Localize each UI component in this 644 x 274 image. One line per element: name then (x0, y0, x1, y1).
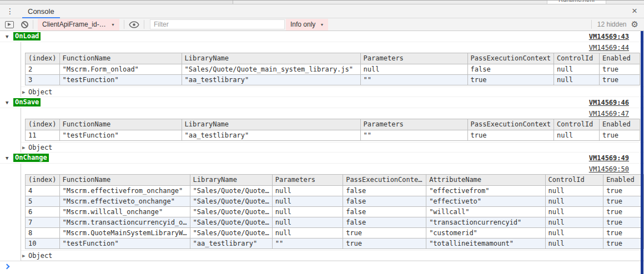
source-link[interactable]: VM14569:50 (589, 165, 629, 173)
toolbar-divider (144, 20, 144, 29)
object-message[interactable]: ▶ Object (21, 87, 644, 97)
column-header[interactable]: (index) (26, 53, 60, 64)
toolbar-divider (591, 20, 592, 29)
table-cell: "totallineitemamount" (426, 239, 545, 249)
table-cell: false (343, 217, 426, 228)
prompt-chevron-icon (4, 264, 10, 270)
group-header-onsave[interactable]: ▼ OnSave VM14569:46 (0, 97, 644, 108)
column-header[interactable]: Parameters (360, 53, 467, 64)
table-row: 6"Mscrm.willcall_onchange""Sales/Quote/Q… (26, 207, 644, 217)
table-cell: "testFunction" (59, 239, 190, 249)
column-header[interactable]: PassExecutionContext (467, 53, 554, 64)
column-header[interactable]: (index) (26, 119, 60, 130)
source-link-row: VM14569:47 (21, 110, 644, 119)
column-header[interactable]: PassExecutionConte… (343, 175, 426, 186)
filter-input[interactable] (150, 19, 285, 29)
column-header[interactable]: Enabled (600, 119, 640, 130)
group-header-onload[interactable]: ▼ OnLoad VM14569:43 (0, 31, 644, 42)
table-cell: false (343, 186, 426, 196)
table-cell: 8 (26, 228, 60, 239)
object-message[interactable]: ▶ Object (21, 251, 644, 261)
source-link[interactable]: VM14569:49 (589, 154, 629, 162)
table-cell: "Mscrm.transactioncurrencyid_o… (59, 217, 190, 228)
source-link[interactable]: VM14569:46 (589, 99, 629, 106)
tab-console[interactable]: Console (22, 4, 60, 18)
table-cell: null (360, 64, 467, 75)
source-link[interactable]: VM14569:47 (589, 110, 629, 118)
column-header[interactable]: PassExecutionContext (467, 119, 554, 130)
source-link[interactable]: VM14569:43 (589, 33, 629, 40)
table-cell: true (343, 228, 426, 239)
column-header[interactable]: ControlId (545, 175, 603, 186)
column-header[interactable]: Enabled (600, 53, 640, 64)
triangle-right-icon: ▶ (22, 89, 28, 95)
table-cell: "effectivefrom" (426, 186, 545, 196)
column-header[interactable]: FunctionName (59, 175, 190, 186)
table-cell: "Mscrm.Form_onload" (59, 64, 182, 75)
column-header[interactable]: ControlId (554, 119, 600, 130)
table-cell: true (603, 207, 644, 217)
clear-console-icon[interactable] (21, 21, 28, 28)
table-cell: false (343, 207, 426, 217)
show-console-sidebar-icon[interactable] (5, 21, 14, 28)
console-toolbar: ClientApiFrame_id-… ▼ Info only ▼ 12 hid… (0, 18, 644, 31)
table-cell: null (545, 207, 603, 217)
column-header[interactable]: AttributeName (426, 175, 545, 186)
eye-icon[interactable] (129, 21, 139, 28)
close-icon[interactable]: × (632, 5, 637, 17)
settings-gear-icon[interactable]: ⚙ (631, 18, 638, 31)
table-cell: false (343, 196, 426, 207)
table-header-row: (index)FunctionNameLibraryNameParameters… (26, 175, 644, 186)
table-row: 3"testFunction""aa_testlibrary"""truenul… (26, 75, 640, 85)
table-cell: null (272, 186, 343, 196)
table-cell: true (467, 130, 554, 141)
console-table: (index)FunctionNameLibraryNameParameters… (25, 53, 644, 85)
table-cell: null (554, 75, 600, 85)
column-header[interactable]: FunctionName (59, 53, 182, 64)
background-file-tab-label: Runtime.html (559, 0, 595, 3)
column-header[interactable]: ControlId (554, 53, 600, 64)
table-cell: "aa_testlibrary" (182, 130, 360, 141)
table-cell: 2 (26, 64, 60, 75)
group-label: OnChange (13, 154, 49, 162)
tab-console-label: Console (28, 7, 54, 16)
column-header[interactable]: Enabled (603, 175, 644, 186)
table-cell: 6 (26, 207, 60, 217)
execution-context-selector[interactable]: ClientApiFrame_id-… ▼ (38, 19, 119, 31)
background-file-tab[interactable]: Runtime.html (547, 0, 606, 4)
log-level-selector[interactable]: Info only ▼ (286, 19, 328, 31)
table-header-row: (index)FunctionNameLibraryNameParameters… (26, 119, 640, 130)
more-menu-icon[interactable]: ⋮ (6, 4, 14, 18)
console-table-grid: (index)FunctionNameLibraryNameParameters… (25, 119, 640, 141)
table-cell: true (603, 239, 644, 249)
column-header[interactable]: Parameters (272, 175, 343, 186)
table-cell: "Sales/Quote/Quote… (190, 217, 272, 228)
group-header-onchange[interactable]: ▼ OnChange VM14569:49 (0, 153, 644, 164)
table-cell: "willcall" (426, 207, 545, 217)
console-prompt[interactable] (0, 261, 644, 272)
table-cell: "Mscrm.effectivefrom_onchange" (59, 186, 190, 196)
table-cell: "transactioncurrencyid" (426, 217, 545, 228)
column-header[interactable]: LibraryName (182, 119, 360, 130)
table-cell: true (603, 228, 644, 239)
table-cell: null (554, 130, 600, 141)
column-header[interactable]: LibraryName (182, 53, 360, 64)
table-cell: null (545, 228, 603, 239)
table-cell: true (603, 196, 644, 207)
table-row: 10"testFunction""aa_testlibrary"""true"t… (26, 239, 644, 249)
object-label: Object (28, 144, 52, 151)
column-header[interactable]: Parameters (360, 119, 467, 130)
scrollbar[interactable] (641, 31, 643, 274)
table-cell: "" (272, 239, 343, 249)
table-cell: 7 (26, 217, 60, 228)
object-message[interactable]: ▶ Object (21, 143, 644, 153)
column-header[interactable]: (index) (26, 175, 60, 186)
console-table-message: VM14569:50 (index)FunctionNameLibraryNam… (21, 164, 644, 251)
table-cell: 4 (26, 186, 60, 196)
console-table-message: VM14569:44 (index)FunctionNameLibraryNam… (21, 42, 644, 87)
source-link[interactable]: VM14569:44 (589, 44, 629, 52)
table-cell: null (545, 196, 603, 207)
column-header[interactable]: LibraryName (190, 175, 272, 186)
column-header[interactable]: FunctionName (59, 119, 182, 130)
table-cell: null (545, 217, 603, 228)
